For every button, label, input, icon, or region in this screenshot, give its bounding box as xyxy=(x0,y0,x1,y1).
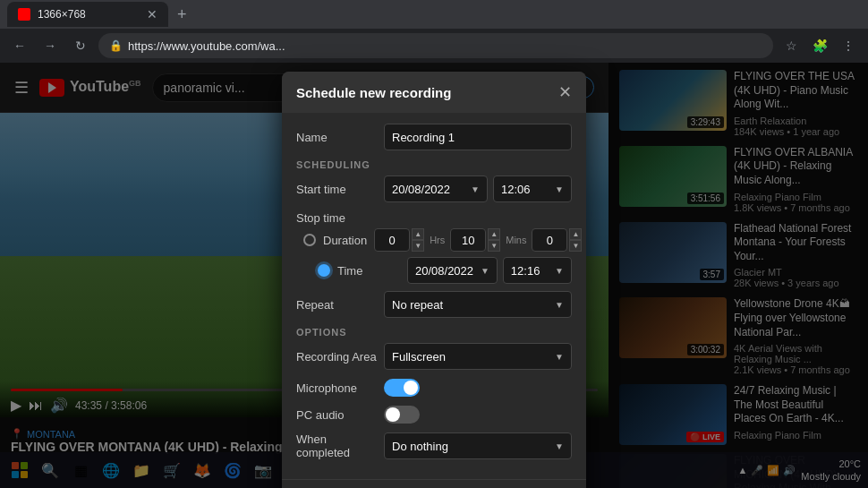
modal-title: Schedule new recording xyxy=(296,85,451,100)
mins-label: Mins xyxy=(506,235,526,245)
chevron-down-icon: ▼ xyxy=(555,266,564,276)
duration-hrs-wrap xyxy=(374,228,410,252)
when-completed-dropdown[interactable]: Do nothing ▼ xyxy=(384,432,572,459)
duration-mins-up[interactable]: ▲ xyxy=(488,228,500,240)
menu-icon[interactable]: ⋮ xyxy=(836,33,861,58)
pc-audio-row: PC audio xyxy=(296,406,572,424)
duration-inputs: ▲ ▼ Hrs ▲ ▼ Mins xyxy=(374,228,586,252)
when-completed-value: Do nothing xyxy=(392,440,448,453)
browser-toolbar: ← → ↻ 🔒 https://www.youtube.com/wa... ☆ … xyxy=(0,29,868,63)
recording-area-row: Recording Area Fullscreen ▼ xyxy=(296,343,572,370)
scheduling-section-label: SCHEDULING xyxy=(296,159,572,170)
extensions-icon[interactable]: 🧩 xyxy=(807,33,832,58)
microphone-toggle[interactable] xyxy=(384,379,420,397)
chevron-down-icon: ▼ xyxy=(555,300,564,310)
start-date-dropdown[interactable]: 20/08/2022 ▼ xyxy=(384,176,488,202)
duration-secs-down[interactable]: ▼ xyxy=(569,240,582,252)
time-radio-button[interactable] xyxy=(318,264,330,277)
name-row: Name xyxy=(296,124,572,150)
pc-audio-label: PC audio xyxy=(296,408,377,422)
start-time-label: Start time xyxy=(296,183,377,196)
duration-radio-label: Duration xyxy=(323,234,367,247)
stop-time-dropdowns: 20/08/2022 ▼ 12:16 ▼ xyxy=(407,257,572,284)
main-content: ☰ YouTubeGB 🔍 ⋮ 👤 SIGN IN xyxy=(0,63,868,488)
time-radio-label: Time xyxy=(337,264,400,278)
lock-icon: 🔒 xyxy=(109,39,123,52)
stop-time-section: Stop time Duration ▲ xyxy=(296,211,572,284)
toggle-knob xyxy=(404,381,418,395)
duration-mins-down[interactable]: ▼ xyxy=(488,240,500,252)
microphone-label: Microphone xyxy=(296,381,377,395)
modal-body: Name SCHEDULING Start time 20/08/2022 ▼ … xyxy=(282,113,586,479)
duration-radio-button[interactable] xyxy=(303,234,316,246)
stop-date-value: 20/08/2022 xyxy=(415,264,473,278)
repeat-label: Repeat xyxy=(296,298,377,312)
when-completed-row: When completed Do nothing ▼ xyxy=(296,432,572,459)
stop-time-value: 12:16 xyxy=(511,264,540,278)
reload-button[interactable]: ↻ xyxy=(68,33,93,58)
recording-area-dropdown[interactable]: Fullscreen ▼ xyxy=(384,343,572,370)
duration-secs-spin: ▲ ▼ xyxy=(569,228,582,252)
new-tab-button[interactable]: + xyxy=(172,5,192,24)
back-button[interactable]: ← xyxy=(7,33,32,58)
name-input[interactable] xyxy=(384,124,572,150)
start-time-dropdowns: 20/08/2022 ▼ 12:06 ▼ xyxy=(384,176,572,202)
recording-area-label: Recording Area xyxy=(296,350,377,364)
chevron-down-icon: ▼ xyxy=(555,441,564,451)
duration-mins-input[interactable] xyxy=(450,228,486,252)
start-time-value: 12:06 xyxy=(501,183,531,196)
duration-mins-wrap xyxy=(450,228,486,252)
browser-tabs: 1366×768 ✕ + xyxy=(0,0,868,29)
tab-favicon xyxy=(18,8,30,21)
stop-time-dropdown[interactable]: 12:16 ▼ xyxy=(503,257,572,284)
pc-audio-toggle[interactable] xyxy=(384,406,420,424)
modal-header: Schedule new recording ✕ xyxy=(282,72,586,113)
duration-secs-input[interactable] xyxy=(532,228,567,252)
when-completed-label: When completed xyxy=(296,432,377,459)
recording-area-value: Fullscreen xyxy=(392,350,446,364)
microphone-row: Microphone xyxy=(296,379,572,397)
duration-radio-row: Duration ▲ ▼ Hrs xyxy=(296,228,572,252)
repeat-row: Repeat No repeat ▼ xyxy=(296,291,572,318)
options-section-label: OPTIONS xyxy=(296,327,572,338)
stop-time-label: Stop time xyxy=(296,211,377,225)
duration-hrs-down[interactable]: ▼ xyxy=(412,240,424,252)
chevron-down-icon: ▼ xyxy=(555,184,564,194)
tab-label: 1366×768 xyxy=(38,8,86,21)
modal-overlay: Schedule new recording ✕ Name SCHEDULING… xyxy=(0,63,868,488)
bookmark-icon[interactable]: ☆ xyxy=(779,33,804,58)
time-radio-row: Time 20/08/2022 ▼ 12:16 ▼ xyxy=(296,257,572,284)
repeat-dropdown[interactable]: No repeat ▼ xyxy=(384,291,572,318)
browser-chrome: 1366×768 ✕ + ← → ↻ 🔒 https://www.youtube… xyxy=(0,0,868,63)
chevron-down-icon: ▼ xyxy=(471,184,480,194)
chevron-down-icon: ▼ xyxy=(555,352,564,362)
duration-secs-wrap xyxy=(532,228,567,252)
start-time-dropdown[interactable]: 12:06 ▼ xyxy=(493,176,572,202)
schedule-recording-modal: Schedule new recording ✕ Name SCHEDULING… xyxy=(282,72,586,488)
stop-date-dropdown[interactable]: 20/08/2022 ▼ xyxy=(407,257,498,284)
start-time-row: Start time 20/08/2022 ▼ 12:06 ▼ xyxy=(296,176,572,202)
duration-hrs-up[interactable]: ▲ xyxy=(412,228,424,240)
modal-footer: ⏰ Add schedule Cancel xyxy=(282,479,586,488)
modal-close-button[interactable]: ✕ xyxy=(558,84,572,100)
tab-close-button[interactable]: ✕ xyxy=(147,7,157,21)
duration-secs-up[interactable]: ▲ xyxy=(569,228,582,240)
url-text: https://www.youtube.com/wa... xyxy=(128,39,285,53)
duration-mins-spin: ▲ ▼ xyxy=(488,228,500,252)
start-date-value: 20/08/2022 xyxy=(392,183,450,196)
duration-hrs-input[interactable] xyxy=(374,228,410,252)
toolbar-actions: ☆ 🧩 ⋮ xyxy=(779,33,861,58)
forward-button[interactable]: → xyxy=(38,33,63,58)
hrs-label: Hrs xyxy=(430,235,445,245)
address-bar[interactable]: 🔒 https://www.youtube.com/wa... xyxy=(98,33,773,58)
toggle-knob xyxy=(386,407,400,422)
chevron-down-icon: ▼ xyxy=(481,266,489,276)
stop-time-label-row: Stop time xyxy=(296,211,572,225)
repeat-value: No repeat xyxy=(392,298,443,312)
name-label: Name xyxy=(296,131,377,144)
duration-hrs-spin: ▲ ▼ xyxy=(412,228,424,252)
active-tab[interactable]: 1366×768 ✕ xyxy=(7,2,168,27)
